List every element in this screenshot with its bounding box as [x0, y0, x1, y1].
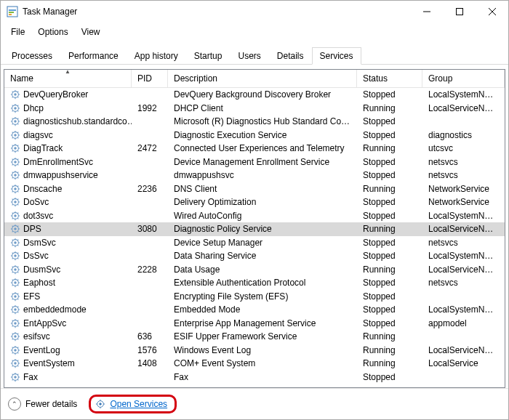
table-row[interactable]: EaphostExtensible Authentication Protoco… [4, 276, 505, 290]
table-row[interactable]: DmEnrollmentSvcDevice Management Enrollm… [4, 156, 505, 169]
svg-line-116 [12, 231, 13, 232]
cell-pid [132, 296, 168, 297]
svg-line-87 [17, 185, 18, 186]
cell-name: DevQueryBroker [4, 89, 132, 100]
svg-line-187 [17, 320, 18, 320]
tab-performance[interactable]: Performance [60, 47, 127, 65]
svg-line-166 [12, 299, 13, 299]
cell-status: Running [357, 102, 422, 114]
table-row[interactable]: DevQueryBrokerDevQuery Background Discov… [4, 88, 505, 102]
svg-line-27 [17, 105, 18, 105]
svg-point-159 [14, 295, 17, 298]
table-row[interactable]: DPS3080Diagnostic Policy ServiceRunningL… [4, 222, 505, 236]
table-row[interactable]: DsSvcData Sharing ServiceStoppedLocalSys… [4, 249, 505, 263]
table-row[interactable]: EventLog1576Windows Event LogRunningLoca… [4, 344, 505, 358]
table-row[interactable]: dot3svcWired AutoConfigStoppedLocalSyste… [4, 209, 505, 223]
cell-description: ESIF Upper Framework Service [168, 331, 357, 342]
svg-rect-5 [456, 9, 462, 15]
cell-description: dmwappushsvc [168, 169, 357, 181]
table-row[interactable]: dmwappushservicedmwappushsvcStoppednetsv… [4, 169, 505, 182]
svg-point-119 [14, 241, 17, 244]
svg-point-199 [14, 349, 17, 352]
table-row[interactable]: EFSEncrypting File System (EFS)Stopped [4, 290, 505, 304]
col-description[interactable]: Description [168, 70, 357, 87]
svg-line-35 [17, 124, 18, 124]
table-row[interactable]: esifsvc636ESIF Upper Framework ServiceRu… [4, 330, 505, 344]
cell-status: Running [357, 344, 422, 356]
tab-details[interactable]: Details [269, 47, 312, 65]
svg-point-179 [14, 322, 17, 325]
menu-file[interactable]: File [5, 25, 31, 39]
svg-line-206 [12, 352, 13, 353]
svg-point-89 [14, 201, 17, 204]
svg-line-16 [12, 97, 13, 97]
tab-services[interactable]: Services [312, 47, 361, 65]
titlebar[interactable]: Task Manager [1, 1, 508, 23]
col-pid[interactable]: PID [132, 70, 168, 87]
table-row[interactable]: Dhcp1992DHCP ClientRunningLocalServiceN… [4, 102, 505, 116]
cell-pid [132, 201, 168, 203]
table-row[interactable]: EventSystem1408COM+ Event SystemRunningL… [4, 357, 505, 371]
svg-point-69 [14, 174, 17, 177]
svg-line-146 [12, 272, 13, 272]
maximize-button[interactable] [443, 1, 476, 23]
grid-body[interactable]: DevQueryBrokerDevQuery Background Discov… [4, 88, 505, 387]
col-status[interactable]: Status [357, 70, 422, 87]
svg-line-104 [12, 212, 13, 213]
cell-description: DevQuery Background Discovery Broker [168, 89, 357, 100]
col-name[interactable]: Name▲ [4, 70, 132, 87]
svg-line-224 [12, 373, 13, 374]
table-row[interactable]: EntAppSvcEnterprise App Management Servi… [4, 317, 505, 331]
svg-line-147 [17, 266, 18, 267]
col-group[interactable]: Group [422, 70, 505, 87]
cell-name: Dhcp [4, 102, 132, 114]
svg-line-15 [17, 97, 18, 97]
svg-line-217 [17, 360, 18, 361]
fewer-details-button[interactable]: ⌃ Fewer details [8, 397, 77, 411]
table-row[interactable]: embeddedmodeEmbedded ModeStoppedLocalSys… [4, 303, 505, 317]
table-row[interactable]: FaxFaxStopped [4, 371, 505, 384]
svg-line-84 [12, 185, 13, 186]
service-icon [10, 184, 20, 194]
svg-line-67 [17, 158, 18, 159]
menu-options[interactable]: Options [32, 25, 73, 39]
cell-name: EventLog [4, 344, 132, 356]
svg-line-34 [12, 118, 13, 119]
tab-apphistory[interactable]: App history [127, 47, 186, 65]
close-button[interactable] [476, 1, 508, 23]
cell-description: Data Usage [168, 264, 357, 275]
table-row[interactable]: DusmSvc2228Data UsageRunningLocalService… [4, 263, 505, 277]
svg-point-39 [14, 134, 17, 137]
svg-point-219 [14, 376, 17, 379]
service-icon [10, 197, 20, 207]
tab-users[interactable]: Users [230, 47, 268, 65]
svg-rect-3 [9, 14, 12, 15]
table-row[interactable]: DiagTrack2472Connected User Experiences … [4, 142, 505, 156]
table-row[interactable]: diagsvcDiagnostic Execution ServiceStopp… [4, 129, 505, 142]
table-row[interactable]: DoSvcDelivery OptimizationStoppedNetwork… [4, 195, 505, 209]
tab-processes[interactable]: Processes [4, 47, 60, 65]
cell-pid [132, 94, 168, 95]
cell-pid [132, 215, 168, 217]
table-row[interactable]: Dnscache2236DNS ClientRunningNetworkServ… [4, 182, 505, 196]
open-services-link[interactable]: Open Services [95, 399, 167, 409]
cell-status: Running [357, 358, 422, 369]
cell-group [422, 336, 505, 337]
minimize-button[interactable] [410, 1, 443, 23]
service-icon [10, 130, 20, 140]
service-icon [10, 170, 20, 180]
cell-pid [132, 255, 168, 257]
cell-status: Stopped [357, 371, 422, 383]
svg-line-46 [12, 137, 13, 138]
svg-line-37 [17, 118, 18, 119]
svg-point-139 [14, 268, 17, 271]
cell-description: DHCP Client [168, 102, 357, 114]
cell-pid [132, 323, 168, 324]
svg-line-225 [17, 379, 18, 380]
tab-startup[interactable]: Startup [186, 47, 231, 65]
svg-point-129 [14, 255, 17, 258]
table-row[interactable]: diagnosticshub.standardco…Microsoft (R) … [4, 115, 505, 129]
cell-name: DPS [4, 223, 132, 235]
table-row[interactable]: DsmSvcDevice Setup ManagerStoppednetsvcs [4, 236, 505, 250]
menu-view[interactable]: View [76, 25, 106, 39]
